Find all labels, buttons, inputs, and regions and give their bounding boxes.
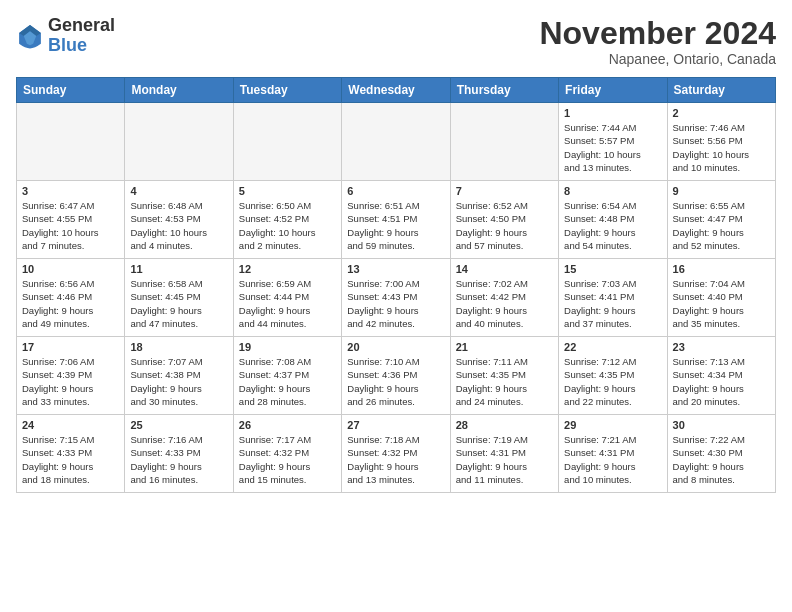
day-info: Sunrise: 7:00 AM Sunset: 4:43 PM Dayligh…: [347, 277, 444, 330]
day-info: Sunrise: 6:52 AM Sunset: 4:50 PM Dayligh…: [456, 199, 553, 252]
calendar-cell: 1Sunrise: 7:44 AM Sunset: 5:57 PM Daylig…: [559, 103, 667, 181]
day-info: Sunrise: 6:47 AM Sunset: 4:55 PM Dayligh…: [22, 199, 119, 252]
calendar-cell: 17Sunrise: 7:06 AM Sunset: 4:39 PM Dayli…: [17, 337, 125, 415]
calendar-container: General Blue November 2024 Napanee, Onta…: [0, 0, 792, 612]
calendar-cell: 14Sunrise: 7:02 AM Sunset: 4:42 PM Dayli…: [450, 259, 558, 337]
day-number: 7: [456, 185, 553, 197]
day-number: 10: [22, 263, 119, 275]
day-info: Sunrise: 7:11 AM Sunset: 4:35 PM Dayligh…: [456, 355, 553, 408]
calendar-cell: 2Sunrise: 7:46 AM Sunset: 5:56 PM Daylig…: [667, 103, 775, 181]
day-info: Sunrise: 7:02 AM Sunset: 4:42 PM Dayligh…: [456, 277, 553, 330]
weekday-header-wednesday: Wednesday: [342, 78, 450, 103]
weekday-header-sunday: Sunday: [17, 78, 125, 103]
calendar-cell: 26Sunrise: 7:17 AM Sunset: 4:32 PM Dayli…: [233, 415, 341, 493]
calendar-cell: 29Sunrise: 7:21 AM Sunset: 4:31 PM Dayli…: [559, 415, 667, 493]
day-info: Sunrise: 7:19 AM Sunset: 4:31 PM Dayligh…: [456, 433, 553, 486]
calendar-cell: 5Sunrise: 6:50 AM Sunset: 4:52 PM Daylig…: [233, 181, 341, 259]
day-number: 28: [456, 419, 553, 431]
day-info: Sunrise: 7:07 AM Sunset: 4:38 PM Dayligh…: [130, 355, 227, 408]
day-number: 19: [239, 341, 336, 353]
calendar-cell: 25Sunrise: 7:16 AM Sunset: 4:33 PM Dayli…: [125, 415, 233, 493]
calendar-cell: 11Sunrise: 6:58 AM Sunset: 4:45 PM Dayli…: [125, 259, 233, 337]
day-number: 1: [564, 107, 661, 119]
calendar-cell: 18Sunrise: 7:07 AM Sunset: 4:38 PM Dayli…: [125, 337, 233, 415]
calendar-cell: 10Sunrise: 6:56 AM Sunset: 4:46 PM Dayli…: [17, 259, 125, 337]
day-number: 16: [673, 263, 770, 275]
month-title: November 2024: [539, 16, 776, 51]
day-number: 13: [347, 263, 444, 275]
calendar-cell: 27Sunrise: 7:18 AM Sunset: 4:32 PM Dayli…: [342, 415, 450, 493]
week-row-1: 1Sunrise: 7:44 AM Sunset: 5:57 PM Daylig…: [17, 103, 776, 181]
day-number: 27: [347, 419, 444, 431]
calendar-cell: 6Sunrise: 6:51 AM Sunset: 4:51 PM Daylig…: [342, 181, 450, 259]
day-info: Sunrise: 7:12 AM Sunset: 4:35 PM Dayligh…: [564, 355, 661, 408]
day-number: 8: [564, 185, 661, 197]
calendar-cell: 23Sunrise: 7:13 AM Sunset: 4:34 PM Dayli…: [667, 337, 775, 415]
day-number: 23: [673, 341, 770, 353]
calendar-cell: 21Sunrise: 7:11 AM Sunset: 4:35 PM Dayli…: [450, 337, 558, 415]
weekday-header-saturday: Saturday: [667, 78, 775, 103]
calendar-cell: 19Sunrise: 7:08 AM Sunset: 4:37 PM Dayli…: [233, 337, 341, 415]
week-row-5: 24Sunrise: 7:15 AM Sunset: 4:33 PM Dayli…: [17, 415, 776, 493]
day-info: Sunrise: 7:04 AM Sunset: 4:40 PM Dayligh…: [673, 277, 770, 330]
calendar-cell: 16Sunrise: 7:04 AM Sunset: 4:40 PM Dayli…: [667, 259, 775, 337]
day-number: 20: [347, 341, 444, 353]
day-info: Sunrise: 7:13 AM Sunset: 4:34 PM Dayligh…: [673, 355, 770, 408]
weekday-header-tuesday: Tuesday: [233, 78, 341, 103]
day-info: Sunrise: 7:03 AM Sunset: 4:41 PM Dayligh…: [564, 277, 661, 330]
calendar-cell: 15Sunrise: 7:03 AM Sunset: 4:41 PM Dayli…: [559, 259, 667, 337]
day-number: 26: [239, 419, 336, 431]
day-number: 11: [130, 263, 227, 275]
calendar-cell: [450, 103, 558, 181]
day-info: Sunrise: 7:22 AM Sunset: 4:30 PM Dayligh…: [673, 433, 770, 486]
logo: General Blue: [16, 16, 115, 56]
calendar-cell: 12Sunrise: 6:59 AM Sunset: 4:44 PM Dayli…: [233, 259, 341, 337]
week-row-4: 17Sunrise: 7:06 AM Sunset: 4:39 PM Dayli…: [17, 337, 776, 415]
day-number: 12: [239, 263, 336, 275]
day-number: 25: [130, 419, 227, 431]
day-info: Sunrise: 7:08 AM Sunset: 4:37 PM Dayligh…: [239, 355, 336, 408]
logo-blue-text: Blue: [48, 35, 87, 55]
day-info: Sunrise: 6:54 AM Sunset: 4:48 PM Dayligh…: [564, 199, 661, 252]
calendar-cell: 3Sunrise: 6:47 AM Sunset: 4:55 PM Daylig…: [17, 181, 125, 259]
week-row-3: 10Sunrise: 6:56 AM Sunset: 4:46 PM Dayli…: [17, 259, 776, 337]
calendar-header: SundayMondayTuesdayWednesdayThursdayFrid…: [17, 78, 776, 103]
header: General Blue November 2024 Napanee, Onta…: [16, 16, 776, 67]
weekday-header-row: SundayMondayTuesdayWednesdayThursdayFrid…: [17, 78, 776, 103]
day-info: Sunrise: 6:50 AM Sunset: 4:52 PM Dayligh…: [239, 199, 336, 252]
calendar-cell: [17, 103, 125, 181]
calendar-cell: 22Sunrise: 7:12 AM Sunset: 4:35 PM Dayli…: [559, 337, 667, 415]
day-info: Sunrise: 6:59 AM Sunset: 4:44 PM Dayligh…: [239, 277, 336, 330]
calendar-cell: 7Sunrise: 6:52 AM Sunset: 4:50 PM Daylig…: [450, 181, 558, 259]
day-info: Sunrise: 7:06 AM Sunset: 4:39 PM Dayligh…: [22, 355, 119, 408]
calendar-cell: 30Sunrise: 7:22 AM Sunset: 4:30 PM Dayli…: [667, 415, 775, 493]
day-info: Sunrise: 7:17 AM Sunset: 4:32 PM Dayligh…: [239, 433, 336, 486]
day-number: 22: [564, 341, 661, 353]
logo-general-text: General: [48, 15, 115, 35]
day-info: Sunrise: 6:48 AM Sunset: 4:53 PM Dayligh…: [130, 199, 227, 252]
calendar-table: SundayMondayTuesdayWednesdayThursdayFrid…: [16, 77, 776, 493]
logo-text: General Blue: [48, 16, 115, 56]
title-block: November 2024 Napanee, Ontario, Canada: [539, 16, 776, 67]
day-number: 14: [456, 263, 553, 275]
calendar-body: 1Sunrise: 7:44 AM Sunset: 5:57 PM Daylig…: [17, 103, 776, 493]
week-row-2: 3Sunrise: 6:47 AM Sunset: 4:55 PM Daylig…: [17, 181, 776, 259]
day-number: 3: [22, 185, 119, 197]
calendar-cell: 24Sunrise: 7:15 AM Sunset: 4:33 PM Dayli…: [17, 415, 125, 493]
day-number: 18: [130, 341, 227, 353]
calendar-cell: 13Sunrise: 7:00 AM Sunset: 4:43 PM Dayli…: [342, 259, 450, 337]
day-number: 15: [564, 263, 661, 275]
calendar-cell: 28Sunrise: 7:19 AM Sunset: 4:31 PM Dayli…: [450, 415, 558, 493]
day-info: Sunrise: 7:21 AM Sunset: 4:31 PM Dayligh…: [564, 433, 661, 486]
calendar-cell: 9Sunrise: 6:55 AM Sunset: 4:47 PM Daylig…: [667, 181, 775, 259]
day-number: 17: [22, 341, 119, 353]
weekday-header-friday: Friday: [559, 78, 667, 103]
calendar-cell: 4Sunrise: 6:48 AM Sunset: 4:53 PM Daylig…: [125, 181, 233, 259]
weekday-header-monday: Monday: [125, 78, 233, 103]
day-number: 24: [22, 419, 119, 431]
calendar-cell: [233, 103, 341, 181]
calendar-cell: [125, 103, 233, 181]
day-info: Sunrise: 7:16 AM Sunset: 4:33 PM Dayligh…: [130, 433, 227, 486]
weekday-header-thursday: Thursday: [450, 78, 558, 103]
day-info: Sunrise: 7:18 AM Sunset: 4:32 PM Dayligh…: [347, 433, 444, 486]
